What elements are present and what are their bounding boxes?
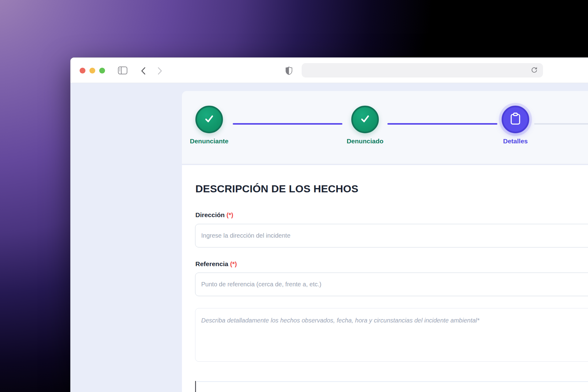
browser-window: Denunciante Denunciado — [70, 58, 588, 392]
referencia-input[interactable] — [195, 273, 588, 296]
stepper-connector-completed — [233, 123, 342, 125]
referencia-label: Referencia (*) — [195, 260, 237, 268]
required-marker: (*) — [227, 211, 233, 218]
browser-toolbar — [70, 58, 588, 83]
stepper-connector-completed — [387, 123, 497, 125]
step-denunciante[interactable] — [195, 106, 223, 133]
text-caret — [195, 381, 196, 392]
address-bar[interactable] — [302, 63, 543, 77]
reload-icon[interactable] — [530, 66, 538, 75]
sidebar-toggle-icon[interactable] — [118, 66, 127, 74]
step-denunciado[interactable] — [351, 106, 379, 133]
required-marker: (*) — [230, 260, 237, 267]
stepper-connector-upcoming — [534, 123, 588, 125]
privacy-shield-icon[interactable] — [285, 66, 292, 75]
step-label-detalles: Detalles — [503, 138, 528, 145]
descripcion-textarea[interactable] — [195, 308, 588, 362]
direccion-input[interactable] — [195, 224, 588, 247]
form-card: DESCRIPCIÓN DE LOS HECHOS Dirección (*) … — [182, 165, 588, 392]
clipboard-icon — [509, 112, 522, 127]
forward-button[interactable] — [157, 67, 163, 75]
step-label-denunciante: Denunciante — [190, 138, 228, 145]
page-content: Denunciante Denunciado — [70, 83, 588, 392]
step-label-denunciado: Denunciado — [347, 138, 383, 145]
form-title: DESCRIPCIÓN DE LOS HECHOS — [195, 183, 358, 195]
minimize-window-button[interactable] — [89, 68, 95, 74]
next-field-top-edge — [197, 381, 588, 382]
check-icon — [203, 113, 215, 126]
direccion-label: Dirección (*) — [195, 211, 233, 219]
back-button[interactable] — [141, 67, 146, 75]
stepper-card: Denunciante Denunciado — [182, 91, 588, 164]
zoom-window-button[interactable] — [99, 68, 105, 74]
desktop-background: { "browser": { "window_title": "", "url_… — [0, 0, 588, 392]
step-detalles[interactable] — [502, 106, 529, 133]
check-icon — [359, 113, 371, 126]
close-window-button[interactable] — [80, 68, 85, 74]
